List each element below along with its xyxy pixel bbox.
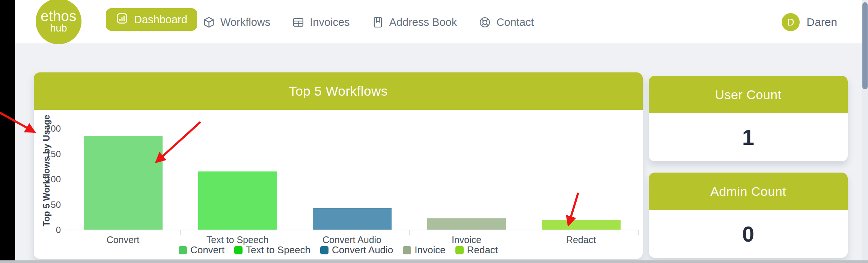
- legend-label: Convert Audio: [332, 244, 393, 256]
- bar-convert[interactable]: [84, 136, 163, 230]
- nav-item-invoices[interactable]: Invoices: [292, 16, 350, 29]
- legend-label: Redact: [467, 244, 498, 256]
- cube-icon: [203, 16, 215, 29]
- stat-card-title: User Count: [715, 87, 782, 102]
- chart-card-header: Top 5 Workflows: [34, 72, 643, 110]
- nav-item-label: Invoices: [310, 16, 350, 29]
- bar-convert-audio[interactable]: [313, 208, 392, 230]
- nav-item-address-book[interactable]: Address Book: [372, 16, 457, 29]
- x-axis-tick: [295, 230, 295, 235]
- logo-text-hub: hub: [50, 24, 67, 33]
- legend-label: Invoice: [414, 244, 445, 256]
- bar-invoice[interactable]: [427, 218, 506, 230]
- legend-item-convert[interactable]: Convert: [179, 244, 225, 256]
- book-bookmark-icon: [372, 16, 384, 29]
- legend-item-redact[interactable]: Redact: [455, 244, 498, 256]
- y-axis-tick-label: 0: [34, 225, 61, 235]
- vertical-scrollbar-thumb[interactable]: [862, 2, 868, 89]
- x-axis-category-label: Redact: [524, 234, 638, 245]
- nav-links: Workflows Invoices Address Book: [203, 0, 534, 44]
- y-axis-tick-label: 200: [34, 123, 61, 134]
- y-axis-tick-label: 150: [34, 149, 61, 159]
- user-count-value: 1: [649, 113, 848, 161]
- legend-label: Text to Speech: [246, 244, 310, 256]
- avatar: D: [782, 13, 800, 31]
- workflows-bar-chart: Top 5 Workflows by Usage 050100150200Con…: [34, 110, 643, 259]
- logo-text-ethos: ethos: [41, 9, 76, 23]
- table-icon: [292, 16, 304, 29]
- x-axis-tick: [180, 230, 181, 235]
- nav-item-dashboard[interactable]: Dashboard: [106, 8, 197, 31]
- x-axis-tick: [638, 230, 639, 235]
- y-axis-tick-label: 100: [34, 174, 61, 185]
- window-left-edge: [0, 0, 15, 261]
- user-menu[interactable]: D Daren: [782, 0, 837, 44]
- legend-label: Convert: [190, 244, 225, 256]
- x-axis-category-label: Text to Speech: [180, 234, 295, 245]
- x-axis-tick: [66, 230, 66, 235]
- x-axis-line: [66, 230, 638, 230]
- admin-count-value: 0: [649, 210, 848, 258]
- stat-card-header: User Count: [649, 76, 848, 113]
- x-axis-category-label: Convert: [66, 234, 180, 245]
- legend-swatch: [403, 246, 411, 254]
- legend-swatch: [234, 246, 243, 254]
- x-axis-category-label: Invoice: [409, 234, 524, 245]
- stat-card-title: Admin Count: [710, 184, 786, 199]
- bar-text-to-speech[interactable]: [198, 171, 277, 230]
- bar-redact[interactable]: [542, 220, 621, 230]
- user-count-card: User Count 1: [649, 76, 848, 161]
- legend-swatch: [455, 246, 464, 254]
- ethos-hub-logo[interactable]: ethos hub: [36, 0, 81, 44]
- lifebuoy-icon: [479, 16, 491, 29]
- top-navbar: ethos hub Dashboard Workflows: [15, 0, 862, 44]
- window-bottom-edge: [0, 260, 868, 263]
- legend-swatch: [320, 246, 329, 254]
- nav-item-contact[interactable]: Contact: [479, 16, 534, 29]
- legend-item-invoice[interactable]: Invoice: [403, 244, 445, 256]
- legend-item-text-to-speech[interactable]: Text to Speech: [234, 244, 310, 256]
- legend-swatch: [179, 246, 187, 254]
- nav-item-workflows[interactable]: Workflows: [203, 16, 270, 29]
- stat-card-header: Admin Count: [649, 173, 848, 210]
- top-workflows-card: Top 5 Workflows Top 5 Workflows by Usage…: [34, 72, 643, 259]
- chart-card-title: Top 5 Workflows: [289, 84, 388, 99]
- nav-item-label: Workflows: [220, 16, 270, 29]
- nav-item-label: Address Book: [389, 16, 457, 29]
- x-axis-category-label: Convert Audio: [295, 234, 409, 245]
- chart-legend: ConvertText to SpeechConvert AudioInvoic…: [34, 244, 643, 256]
- nav-item-label: Dashboard: [134, 14, 187, 26]
- y-axis-tick-label: 50: [34, 200, 61, 210]
- legend-item-convert-audio[interactable]: Convert Audio: [320, 244, 393, 256]
- nav-item-label: Contact: [496, 16, 534, 29]
- user-name: Daren: [806, 16, 837, 29]
- admin-count-card: Admin Count 0: [649, 173, 848, 258]
- x-axis-tick: [409, 230, 410, 235]
- x-axis-tick: [524, 230, 524, 235]
- bar-chart-icon: [116, 12, 128, 27]
